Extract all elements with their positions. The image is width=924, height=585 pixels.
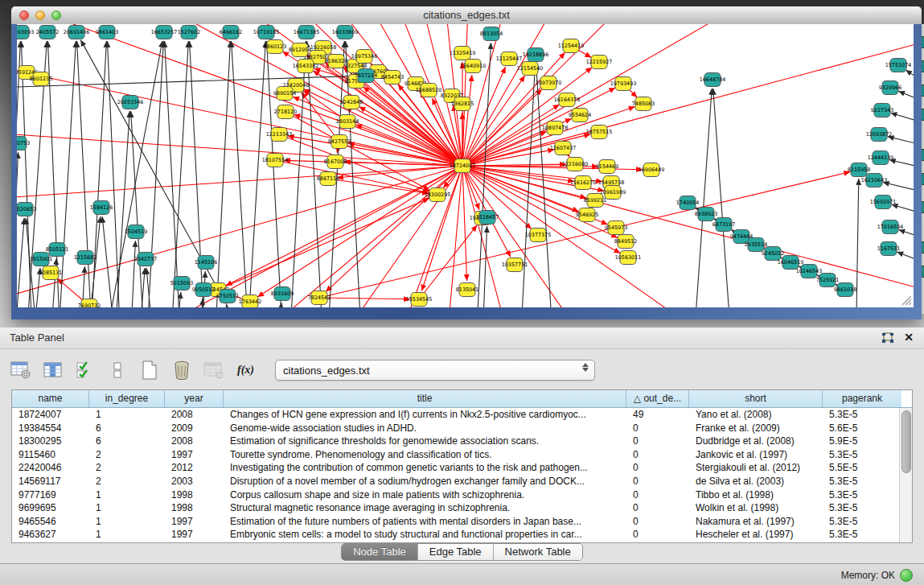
graph-node[interactable]: 2718120	[274, 105, 297, 119]
graph-node[interactable]: 1167531	[877, 242, 900, 256]
graph-node[interactable]: 2405572	[36, 26, 59, 39]
graph-node[interactable]: 15692971	[870, 196, 897, 209]
graph-node[interactable]: 3915901	[30, 253, 52, 266]
graph-node[interactable]: 5085131	[39, 266, 62, 280]
new-table-icon[interactable]	[138, 360, 160, 381]
graph-node[interactable]: 16164378	[554, 93, 581, 107]
tab-edge-table[interactable]: Edge Table	[418, 544, 494, 560]
graph-node[interactable]: 7690732	[78, 299, 101, 308]
graph-node[interactable]: 2020653	[17, 203, 36, 216]
graph-node[interactable]: 1145106	[195, 256, 217, 270]
graph-node[interactable]: 19218896	[523, 48, 549, 62]
graph-node[interactable]: 1504519	[125, 225, 147, 239]
node-table[interactable]: namein_degreeyeartitle△ out_de...shortpa…	[11, 389, 913, 543]
scrollbar-thumb[interactable]	[901, 410, 911, 473]
show-column-icon[interactable]	[42, 360, 64, 381]
column-header-year[interactable]: year	[165, 390, 224, 407]
graph-node[interactable]: 7824542	[308, 291, 331, 305]
graph-node[interactable]: 9861403	[96, 26, 118, 39]
graph-node[interactable]: 9890154	[273, 87, 296, 101]
graph-node[interactable]: 12216080	[562, 158, 589, 171]
graph-node[interactable]: 6466162	[220, 26, 242, 39]
merge-rows-icon[interactable]	[106, 360, 128, 381]
graph-node[interactable]: 1518457	[476, 211, 499, 225]
float-window-icon[interactable]	[881, 332, 893, 344]
select-columns-icon[interactable]	[74, 360, 96, 381]
graph-node[interactable]: 12154540	[517, 62, 544, 76]
graph-node[interactable]: 10357751	[502, 258, 528, 272]
column-header-out_de[interactable]: △ out_de...	[626, 390, 689, 407]
graph-node[interactable]: 12444139	[868, 151, 894, 165]
table-row[interactable]: 977716911998Corpus callosum shape and si…	[12, 488, 912, 502]
table-row[interactable]: 1938455462009Genome-wide association stu…	[12, 422, 912, 435]
vertical-scrollbar[interactable]	[899, 408, 912, 542]
graph-node[interactable]: 11616270	[570, 176, 597, 190]
graph-node[interactable]: 10973970	[536, 76, 562, 90]
graph-node[interactable]: 7857224	[355, 69, 377, 83]
table-row[interactable]: 1456911722003Disruption of a novel membe…	[12, 475, 912, 488]
window-titlebar[interactable]: citations_edges.txt	[11, 6, 922, 25]
graph-node[interactable]: 9242848	[340, 96, 363, 109]
network-graph[interactable]: 1872400718300295193845548860123891295419…	[17, 24, 914, 307]
graph-node[interactable]: 8601235	[30, 72, 52, 86]
graph-node[interactable]: 8167008	[324, 155, 347, 169]
graph-node[interactable]: 9546925	[576, 208, 598, 222]
table-row[interactable]: 946362711997Embryonic stem cells: a mode…	[12, 528, 912, 542]
table-row[interactable]: 946554611997Estimation of the future num…	[12, 515, 912, 529]
graph-node[interactable]: 16671385	[294, 26, 320, 39]
graph-node[interactable]: 18107554	[262, 154, 289, 167]
graph-node[interactable]: 9050513	[192, 283, 215, 297]
graph-node[interactable]: 9554624	[569, 109, 591, 122]
graph-node[interactable]: 9227343	[871, 104, 893, 117]
graph-node[interactable]: 8135041	[456, 283, 478, 297]
graph-node[interactable]: 2935514	[745, 238, 767, 252]
delete-table-icon[interactable]	[170, 360, 192, 381]
graph-node[interactable]: 16906449	[639, 163, 665, 177]
graph-node[interactable]: 8931609	[271, 287, 294, 301]
graph-node[interactable]: 12093872	[866, 128, 893, 142]
graph-node[interactable]: 9545973	[605, 221, 627, 235]
column-header-title[interactable]: title	[224, 390, 626, 407]
graph-node[interactable]: 9861038	[834, 283, 856, 297]
graph-node[interactable]: 1740954	[676, 196, 699, 210]
graph-node[interactable]: 8427552	[328, 135, 351, 149]
graph-node[interactable]: 16648784	[700, 73, 726, 87]
graph-node[interactable]: 1215682	[74, 251, 97, 265]
graph-node[interactable]: 7525921	[816, 274, 839, 287]
graph-node[interactable]: 8813054	[480, 27, 503, 41]
graph-node[interactable]: 11325419	[450, 47, 476, 60]
graph-node[interactable]: 17016504	[877, 220, 904, 234]
graph-node[interactable]: 15640910	[460, 60, 487, 73]
graph-node[interactable]: 1763442	[239, 295, 261, 308]
graph-node[interactable]: 5015093	[170, 277, 193, 290]
graph-node[interactable]: 9329966	[879, 81, 901, 95]
table-row[interactable]: 969969511998Structural magnetic resonanc…	[12, 501, 912, 515]
graph-node[interactable]: 8860123	[264, 40, 286, 54]
graph-node[interactable]: 12125447	[496, 52, 523, 66]
graph-node[interactable]: 6873197	[713, 218, 735, 232]
memory-status-indicator[interactable]	[900, 569, 913, 582]
table-settings-icon[interactable]	[10, 360, 31, 381]
graph-node[interactable]: 8454743	[381, 71, 404, 84]
column-header-in_degree[interactable]: in_degree	[89, 390, 165, 407]
graph-node[interactable]: 16653257	[151, 26, 178, 39]
graph-node[interactable]: 8849512	[614, 235, 637, 249]
function-builder-icon[interactable]: f(x)	[235, 360, 257, 381]
graph-node[interactable]: 12213343	[266, 128, 293, 142]
graph-node[interactable]: 8938923	[695, 208, 717, 221]
graph-node[interactable]: 9154469	[596, 160, 618, 174]
network-canvas[interactable]: 1872400718300295193845548860123891295419…	[17, 24, 914, 307]
graph-node[interactable]: 15534545	[406, 293, 433, 307]
column-header-short[interactable]: short	[689, 390, 823, 407]
table-selector-dropdown[interactable]: citations_edges.txt	[275, 360, 595, 381]
graph-node[interactable]: 7485083	[632, 97, 655, 111]
tab-network-table[interactable]: Network Table	[494, 544, 582, 560]
graph-node[interactable]: 2803144	[336, 115, 359, 129]
table-row[interactable]: 1872400712008Changes of HCN gene express…	[12, 408, 912, 422]
close-panel-icon[interactable]: ✕	[904, 331, 914, 344]
resize-grip[interactable]	[899, 293, 912, 306]
graph-node[interactable]: 8867110	[317, 172, 339, 186]
column-header-pagerank[interactable]: pagerank	[823, 390, 901, 407]
graph-node[interactable]: 18757515	[586, 126, 613, 139]
tab-node-table[interactable]: Node Table	[342, 544, 418, 560]
